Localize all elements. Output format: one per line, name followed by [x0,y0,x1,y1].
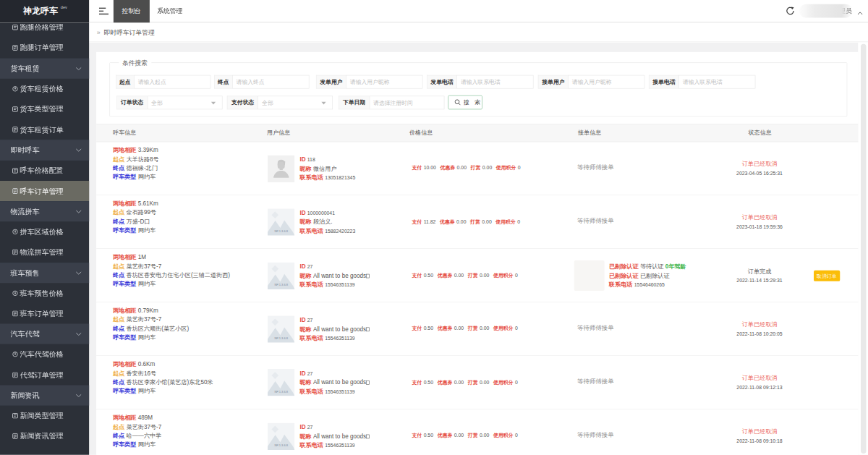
svg-text:¥: ¥ [14,292,17,295]
svg-text:NP.1.3.6.8: NP.1.3.6.8 [274,443,288,447]
svg-text:¥: ¥ [14,353,17,357]
svg-text:¥: ¥ [14,230,17,234]
svg-text:NP.1.3.6.8: NP.1.3.6.8 [274,283,288,286]
svg-text:NP.1.3.6.8: NP.1.3.6.8 [274,336,288,340]
svg-text:¥: ¥ [14,87,17,90]
svg-text:NP.1.3.6.8: NP.1.3.6.8 [274,390,288,394]
svg-text:NP.1.3.6.8: NP.1.3.6.8 [274,229,288,233]
